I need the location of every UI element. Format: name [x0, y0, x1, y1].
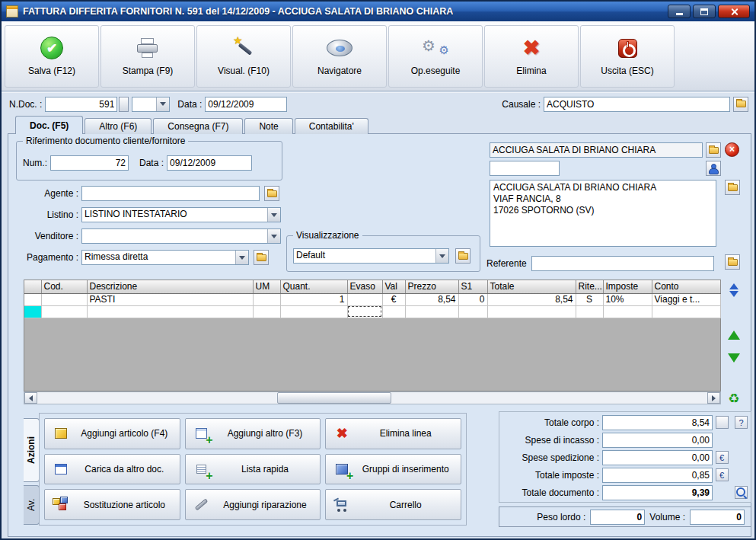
refresh-button[interactable]: ♻: [725, 389, 743, 407]
chevron-down-icon[interactable]: [267, 208, 280, 222]
cell-um[interactable]: [253, 293, 280, 305]
column-header-cod[interactable]: Cod.: [41, 280, 87, 293]
customer-clear-button[interactable]: ×: [725, 142, 739, 157]
move-row-button[interactable]: [725, 281, 743, 299]
scrollbar-thumb[interactable]: [277, 392, 391, 404]
cell-prezzo[interactable]: 8,54: [405, 293, 458, 305]
agente-lookup-button[interactable]: [264, 186, 279, 201]
grid-horizontal-scrollbar[interactable]: [24, 391, 721, 404]
rif-num-input[interactable]: [50, 155, 129, 171]
column-header-prezzo[interactable]: Prezzo: [405, 280, 458, 293]
cell-um[interactable]: [253, 305, 280, 318]
cell-rite[interactable]: S: [576, 293, 603, 305]
chevron-down-icon[interactable]: [267, 229, 280, 243]
save-button[interactable]: ✔ Salva (F12): [5, 25, 99, 88]
cell-quant[interactable]: 1: [280, 293, 347, 305]
column-header-val[interactable]: Val: [382, 280, 405, 293]
referente-input[interactable]: [531, 256, 714, 271]
column-header-conto[interactable]: Conto: [652, 280, 720, 293]
maximize-button[interactable]: [693, 5, 716, 18]
doc-date-input[interactable]: [205, 97, 287, 112]
address-lookup-button[interactable]: [725, 180, 740, 195]
row-up-button[interactable]: [725, 326, 743, 344]
cell-imposte[interactable]: [603, 305, 652, 318]
vertical-tab-av[interactable]: Av.: [24, 485, 40, 525]
add-repair-button[interactable]: Aggiungi riparazione: [185, 489, 321, 520]
venditore-select[interactable]: [81, 228, 281, 244]
cell-conto[interactable]: Viaggi e t...: [652, 293, 720, 305]
cell-cod[interactable]: [41, 293, 87, 305]
visualizzazione-select[interactable]: Default: [293, 248, 449, 264]
close-button[interactable]: [718, 5, 750, 18]
tab-altro[interactable]: Altro (F6): [85, 118, 152, 134]
spese-incasso-field[interactable]: [602, 433, 713, 448]
load-from-doc-button[interactable]: Carica da altro doc.: [44, 454, 180, 485]
scroll-left-button[interactable]: [24, 392, 37, 404]
imposte-euro-button[interactable]: €: [716, 468, 729, 481]
row-down-button[interactable]: [725, 349, 743, 367]
rif-data-input[interactable]: [167, 155, 252, 171]
spese-spedizione-field[interactable]: [602, 450, 713, 465]
tab-consegna[interactable]: Consegna (F7): [153, 118, 243, 134]
cell-evaso[interactable]: [347, 293, 382, 305]
insert-groups-button[interactable]: + Gruppi di inserimento: [325, 454, 461, 485]
cell-s1[interactable]: [458, 305, 487, 318]
cell-imposte[interactable]: 10%: [603, 293, 652, 305]
pagamento-lookup-button[interactable]: [254, 250, 269, 265]
causale-lookup-button[interactable]: [733, 97, 748, 112]
ndoc-lookup-button[interactable]: [119, 97, 129, 112]
column-header-totale[interactable]: Totale: [487, 280, 576, 293]
chevron-down-icon[interactable]: [435, 249, 448, 263]
vertical-tab-azioni[interactable]: Azioni: [24, 418, 40, 482]
zoom-total-button[interactable]: [735, 486, 748, 499]
print-button[interactable]: Stampa (F9): [100, 25, 195, 88]
cart-button[interactable]: Carrello: [325, 489, 461, 520]
column-header-s1[interactable]: S1: [458, 280, 487, 293]
tab-note[interactable]: Note: [244, 118, 292, 134]
cell-quant[interactable]: [280, 305, 347, 318]
add-article-button[interactable]: Aggiungi articolo (F4): [44, 418, 180, 449]
cell-s1[interactable]: 0: [458, 293, 487, 305]
cell-conto[interactable]: [652, 305, 720, 318]
volume-field[interactable]: [690, 510, 745, 525]
cell-cod[interactable]: [41, 305, 87, 318]
cell-totale[interactable]: [487, 305, 576, 318]
column-header-descrizione[interactable]: Descrizione: [87, 280, 253, 293]
cell-totale[interactable]: 8,54: [487, 293, 576, 305]
corpo-extra-button[interactable]: [716, 416, 729, 429]
cell-descrizione[interactable]: PASTI: [87, 293, 253, 305]
customer-contact-button[interactable]: [706, 161, 721, 176]
customer-lookup-button[interactable]: [706, 142, 721, 158]
minimize-button[interactable]: [668, 5, 691, 18]
customer-code-field[interactable]: [490, 161, 560, 176]
operations-button[interactable]: ⚙⚙ Op.eseguite: [388, 25, 483, 88]
visualizzazione-lookup-button[interactable]: [455, 248, 471, 264]
cell-val[interactable]: €: [382, 293, 405, 305]
selected-row-indicator[interactable]: [24, 305, 41, 318]
navigator-button[interactable]: Navigatore: [292, 25, 387, 88]
column-header-um[interactable]: UM: [253, 280, 280, 293]
cell-val[interactable]: [382, 305, 405, 318]
listino-select[interactable]: LISTINO INTESTATARIO: [81, 207, 281, 222]
preview-button[interactable]: ★ Visual. (F10): [196, 25, 291, 88]
delete-line-button[interactable]: ✖ Elimina linea: [325, 418, 461, 449]
column-header-evaso[interactable]: Evaso: [347, 280, 382, 293]
spedizione-euro-button[interactable]: €: [716, 451, 729, 464]
exit-button[interactable]: Uscita (ESC): [580, 25, 675, 88]
replace-article-button[interactable]: Sostituzione articolo: [44, 489, 180, 520]
chevron-down-icon[interactable]: [235, 251, 248, 264]
tab-contabilita[interactable]: Contabilita': [295, 118, 368, 134]
cell-prezzo[interactable]: [405, 305, 458, 318]
focused-cell-evaso[interactable]: [347, 305, 382, 318]
causale-input[interactable]: [544, 97, 730, 112]
peso-lordo-field[interactable]: [590, 510, 645, 525]
delete-button[interactable]: ✖ Elimina: [484, 25, 579, 88]
totale-imposte-field[interactable]: [602, 468, 713, 483]
agente-input[interactable]: [81, 186, 260, 201]
tab-doc[interactable]: Doc. (F5): [15, 116, 83, 134]
scrollbar-track[interactable]: [37, 392, 707, 404]
customer-name-field[interactable]: [490, 142, 703, 158]
cell-descrizione[interactable]: [87, 305, 253, 318]
add-other-button[interactable]: + Aggiungi altro (F3): [185, 418, 321, 449]
row-indicator[interactable]: [24, 293, 41, 305]
